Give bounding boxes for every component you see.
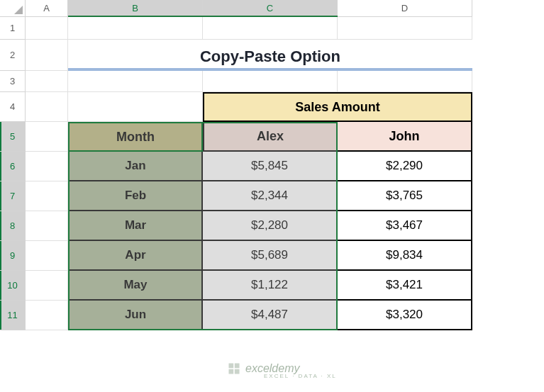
month-jan[interactable]: Jan — [68, 152, 203, 181]
john-header[interactable]: John — [338, 122, 472, 152]
logo-icon — [227, 362, 241, 376]
alex-may[interactable]: $1,122 — [203, 271, 338, 301]
cell-a7[interactable] — [26, 181, 68, 211]
cell-a4[interactable] — [26, 92, 68, 122]
row-header-3[interactable]: 3 — [0, 71, 26, 92]
cell-a11[interactable] — [26, 301, 68, 330]
cell-a2[interactable] — [26, 40, 68, 71]
month-may[interactable]: May — [68, 271, 203, 301]
row-header-6[interactable]: 6 — [0, 152, 26, 181]
page-title[interactable]: Copy-Paste Option — [68, 40, 472, 71]
row-header-8[interactable]: 8 — [0, 211, 26, 241]
col-header-c[interactable]: C — [203, 0, 338, 17]
john-jun[interactable]: $3,320 — [338, 301, 472, 330]
month-header[interactable]: Month — [68, 122, 203, 152]
row-header-4[interactable]: 4 — [0, 92, 26, 122]
cell-b3[interactable] — [68, 71, 203, 92]
alex-jan[interactable]: $5,845 — [203, 152, 338, 181]
row-header-7[interactable]: 7 — [0, 181, 26, 211]
month-apr[interactable]: Apr — [68, 241, 203, 271]
john-apr[interactable]: $9,834 — [338, 241, 472, 271]
month-feb[interactable]: Feb — [68, 181, 203, 211]
cell-a8[interactable] — [26, 211, 68, 241]
john-may[interactable]: $3,421 — [338, 271, 472, 301]
alex-mar[interactable]: $2,280 — [203, 211, 338, 241]
cell-a10[interactable] — [26, 271, 68, 301]
cell-a1[interactable] — [26, 17, 68, 40]
cell-d3[interactable] — [338, 71, 472, 92]
alex-header[interactable]: Alex — [203, 122, 338, 152]
col-header-d[interactable]: D — [338, 0, 472, 17]
select-all-corner[interactable] — [0, 0, 26, 17]
spreadsheet-grid: A B C D 1 2 Copy-Paste Option 3 4 Sales … — [0, 0, 544, 330]
cell-d1[interactable] — [338, 17, 472, 40]
row-header-9[interactable]: 9 — [0, 241, 26, 271]
row-header-1[interactable]: 1 — [0, 17, 26, 40]
sales-amount-header[interactable]: Sales Amount — [203, 92, 472, 122]
selected-columns-indicator — [68, 16, 338, 17]
cell-a9[interactable] — [26, 241, 68, 271]
col-header-b[interactable]: B — [68, 0, 203, 17]
alex-jun[interactable]: $4,487 — [203, 301, 338, 330]
cell-a3[interactable] — [26, 71, 68, 92]
month-jun[interactable]: Jun — [68, 301, 203, 330]
row-header-11[interactable]: 11 — [0, 301, 26, 330]
john-feb[interactable]: $3,765 — [338, 181, 472, 211]
alex-apr[interactable]: $5,689 — [203, 241, 338, 271]
cell-c3[interactable] — [203, 71, 338, 92]
row-header-5[interactable]: 5 — [0, 122, 26, 152]
cell-b4[interactable] — [68, 92, 203, 122]
row-header-2[interactable]: 2 — [0, 40, 26, 71]
john-mar[interactable]: $3,467 — [338, 211, 472, 241]
cell-b1[interactable] — [68, 17, 203, 40]
cell-c1[interactable] — [203, 17, 338, 40]
row-header-10[interactable]: 10 — [0, 271, 26, 301]
col-header-a[interactable]: A — [26, 0, 68, 17]
alex-feb[interactable]: $2,344 — [203, 181, 338, 211]
john-jan[interactable]: $2,290 — [338, 152, 472, 181]
cell-a5[interactable] — [26, 122, 68, 152]
watermark-sub: EXCEL · DATA · XL — [264, 373, 337, 379]
month-mar[interactable]: Mar — [68, 211, 203, 241]
cell-a6[interactable] — [26, 152, 68, 181]
